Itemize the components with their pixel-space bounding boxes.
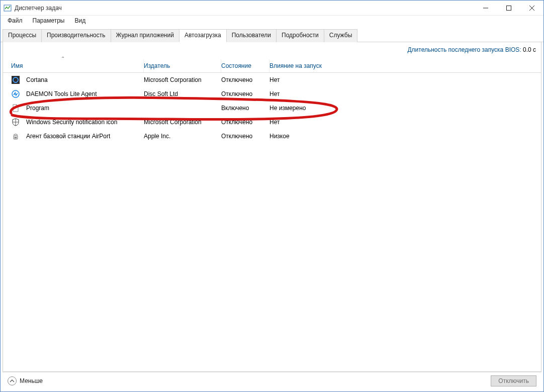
cell-name: Windows Security notification icon (26, 119, 144, 126)
menu-view[interactable]: Вид (69, 17, 90, 25)
cell-state: Включено (221, 105, 269, 112)
footer: Меньше Отключить (3, 372, 541, 389)
menubar: Файл Параметры Вид (1, 16, 543, 26)
cell-publisher: Microsoft Corporation (144, 76, 221, 83)
cell-impact: Не измерено (269, 105, 340, 112)
file-icon (11, 104, 20, 113)
table-row[interactable]: DAEMON Tools Lite Agent Disc Soft Ltd От… (3, 87, 541, 101)
startup-panel: Длительность последнего запуска BIOS: 0.… (3, 42, 541, 372)
daemon-tools-icon (11, 89, 20, 99)
cell-impact: Нет (269, 119, 340, 126)
tab-users[interactable]: Пользователи (226, 29, 277, 42)
fewer-details-button[interactable]: Меньше (8, 376, 43, 385)
titlebar[interactable]: Диспетчер задач (1, 1, 543, 16)
svg-rect-11 (15, 137, 17, 138)
cell-impact: Низкое (269, 133, 340, 140)
cell-impact: Нет (269, 90, 340, 97)
cell-state: Отключено (221, 133, 269, 140)
tab-startup[interactable]: Автозагрузка (179, 29, 227, 42)
cell-publisher: Microsoft Corporation (144, 119, 221, 126)
disable-button[interactable]: Отключить (491, 375, 536, 386)
cell-name: Cortana (26, 76, 144, 83)
menu-options[interactable]: Параметры (28, 17, 70, 25)
column-headers: ⌃ Имя Издатель Состояние Влияние на запу… (3, 59, 541, 73)
col-state[interactable]: Состояние (221, 59, 269, 72)
table-row[interactable]: Агент базовой станции AirPort Apple Inc.… (3, 129, 541, 143)
cell-publisher: Disc Soft Ltd (144, 90, 221, 97)
col-name[interactable]: Имя (11, 59, 144, 72)
cortana-icon (11, 75, 20, 84)
col-impact[interactable]: Влияние на запуск (269, 59, 340, 72)
shield-icon (11, 118, 20, 127)
cell-name: Агент базовой станции AirPort (26, 133, 144, 140)
cell-impact: Нет (269, 76, 340, 83)
bios-label: Длительность последнего запуска BIOS: (407, 46, 521, 53)
cell-state: Отключено (221, 119, 269, 126)
menu-file[interactable]: Файл (3, 17, 28, 25)
maximize-button[interactable] (497, 1, 520, 16)
airport-icon (11, 132, 20, 141)
tabstrip: Процессы Производительность Журнал прило… (1, 29, 543, 42)
cell-publisher: Apple Inc. (144, 133, 221, 140)
tab-details[interactable]: Подробности (276, 29, 324, 42)
tab-performance[interactable]: Производительность (41, 29, 111, 42)
window-title: Диспетчер задач (15, 5, 62, 12)
bios-boot-time: Длительность последнего запуска BIOS: 0.… (3, 42, 541, 59)
tab-services[interactable]: Службы (324, 29, 357, 42)
close-button[interactable] (520, 1, 543, 16)
col-publisher[interactable]: Издатель (144, 59, 221, 72)
cell-state: Отключено (221, 90, 269, 97)
fewer-details-label: Меньше (20, 377, 43, 384)
task-manager-window: Диспетчер задач Файл Параметры Вид Проце… (0, 0, 544, 392)
tab-app-history[interactable]: Журнал приложений (111, 29, 179, 42)
bios-value: 0.0 с (523, 46, 536, 53)
table-row[interactable]: Cortana Microsoft Corporation Отключено … (3, 73, 541, 87)
cell-name: DAEMON Tools Lite Agent (26, 90, 144, 97)
table-row[interactable]: Windows Security notification icon Micro… (3, 115, 541, 129)
startup-list[interactable]: Cortana Microsoft Corporation Отключено … (3, 73, 541, 371)
table-row[interactable]: Program Включено Не измерено (3, 101, 541, 115)
window-controls (474, 1, 543, 16)
tab-processes[interactable]: Процессы (3, 29, 42, 42)
cell-state: Отключено (221, 76, 269, 83)
svg-rect-2 (507, 6, 511, 10)
cell-name: Program (26, 105, 144, 112)
chevron-up-icon (8, 376, 17, 385)
app-icon (4, 4, 12, 12)
minimize-button[interactable] (474, 1, 497, 16)
